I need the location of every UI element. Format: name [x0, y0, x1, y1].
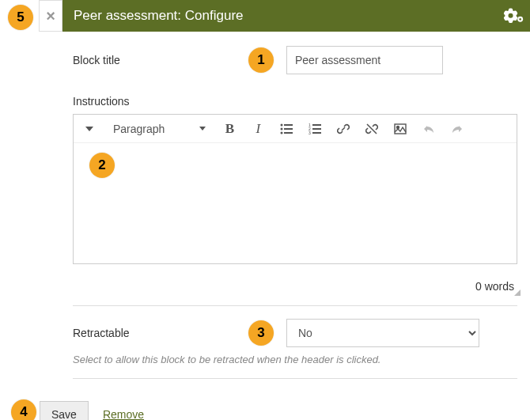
callout-4: 4 [11, 399, 36, 420]
modal-title: Peer assessment: Configure [62, 8, 497, 24]
numbered-list-icon: 123 [309, 123, 321, 134]
retractable-help-text: Select to allow this block to be retract… [73, 354, 517, 379]
callout-1: 1 [248, 47, 274, 73]
gear-icon [503, 8, 524, 24]
italic-button[interactable]: I [247, 118, 269, 140]
modal-body: Block title 1 Instructions Paragraph B I… [0, 32, 530, 420]
callout-3: 3 [248, 320, 274, 346]
svg-point-6 [281, 131, 283, 134]
editor-toolbar: Paragraph B I 123 [74, 115, 517, 143]
unlink-button[interactable] [361, 118, 383, 140]
bullet-list-button[interactable] [275, 118, 297, 140]
caret-down-icon [199, 127, 206, 131]
format-dropdown[interactable]: Paragraph [107, 123, 212, 135]
svg-rect-13 [312, 132, 321, 134]
link-button[interactable] [332, 118, 354, 140]
block-title-row: Block title 1 [73, 46, 517, 74]
callout-2: 2 [89, 153, 115, 178]
redo-button[interactable] [446, 118, 468, 140]
svg-point-2 [281, 123, 283, 126]
undo-button[interactable] [418, 118, 440, 140]
numbered-list-button[interactable]: 123 [304, 118, 326, 140]
chevron-down-icon [85, 127, 93, 131]
redo-icon [451, 123, 464, 134]
image-button[interactable] [389, 118, 411, 140]
undo-icon [422, 123, 435, 134]
remove-link[interactable]: Remove [103, 408, 144, 420]
svg-point-1 [519, 18, 521, 21]
divider [73, 305, 517, 306]
format-label: Paragraph [113, 123, 165, 135]
svg-rect-7 [284, 132, 293, 134]
svg-rect-5 [284, 128, 293, 130]
svg-rect-3 [284, 124, 293, 126]
block-title-input[interactable] [286, 46, 443, 74]
retractable-select[interactable]: No [286, 319, 479, 347]
callout-5: 5 [8, 5, 33, 30]
svg-rect-9 [312, 124, 321, 126]
svg-text:3: 3 [309, 131, 311, 134]
editor-textarea[interactable] [74, 143, 517, 263]
modal-header: × Peer assessment: Configure [39, 0, 530, 32]
svg-point-4 [281, 127, 283, 130]
actions-row: 4 Save Remove [40, 401, 517, 420]
retractable-row: Retractable 3 No [73, 319, 517, 347]
instructions-label: Instructions [73, 95, 517, 108]
save-button[interactable]: Save [40, 401, 89, 420]
rich-text-editor: Paragraph B I 123 [73, 114, 517, 264]
toolbar-expand-button[interactable] [78, 118, 100, 140]
link-icon [337, 123, 350, 135]
settings-button[interactable] [497, 8, 530, 24]
bold-button[interactable]: B [218, 118, 240, 140]
word-count: 0 words [73, 280, 517, 293]
image-icon [394, 123, 407, 134]
bullet-list-icon [280, 123, 293, 134]
svg-rect-11 [312, 128, 321, 130]
unlink-icon [365, 123, 378, 135]
close-icon: × [46, 7, 55, 25]
close-button[interactable]: × [39, 0, 62, 32]
